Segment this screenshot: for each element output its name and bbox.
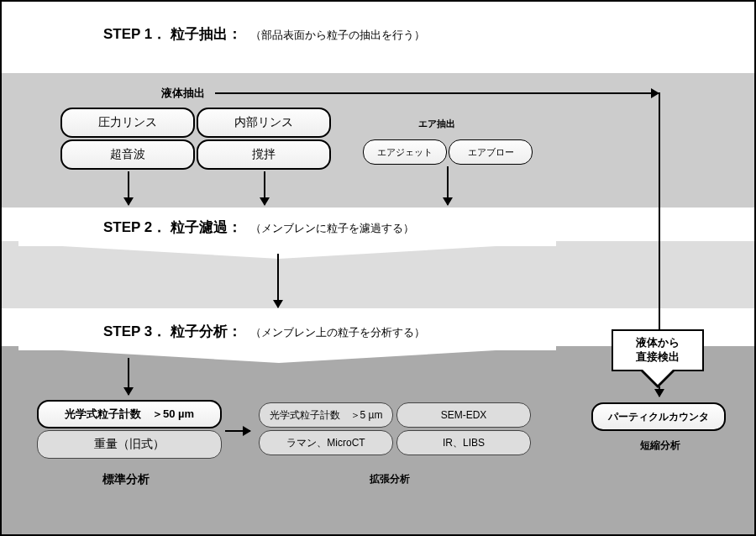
step2-num: STEP 2．: [103, 219, 166, 235]
step3-title: 粒子分析：: [171, 323, 242, 339]
arrow-liquid-right-to-step2: [264, 171, 265, 205]
label-extended-analysis: 拡張分析: [370, 472, 410, 486]
step2-title: 粒子濾過：: [171, 219, 242, 235]
arrow-step2-to-step3: [277, 254, 279, 307]
step2-band: STEP 2． 粒子濾過： （メンブレンに粒子を濾過する）: [18, 208, 556, 246]
pill-raman-microct: ラマン、MicroCT: [259, 430, 393, 455]
label-air-extraction: エア抽出: [418, 118, 455, 130]
callout-direct-detect: 液体から 直接検出: [612, 329, 704, 371]
label-liquid-extraction: 液体抽出: [161, 86, 205, 101]
arrow-step3-to-standard: [128, 358, 129, 395]
step1-title: 粒子抽出：: [171, 26, 242, 42]
step3-band: STEP 3． 粒子分析： （メンブレン上の粒子を分析する）: [18, 313, 556, 350]
step1-num: STEP 1．: [103, 26, 166, 42]
step1-band: STEP 1． 粒子抽出： （部品表面から粒子の抽出を行う）: [18, 15, 741, 53]
arrow-liquid-left-to-step2: [128, 171, 129, 205]
line-bypass-vertical: [659, 92, 660, 331]
notch-2: [18, 244, 539, 259]
step3-detail: （メンブレン上の粒子を分析する）: [250, 326, 425, 339]
notch-3: [18, 348, 539, 363]
pill-weight-old: 重量（旧式）: [37, 430, 222, 459]
pill-air-jet: エアジェット: [363, 139, 447, 165]
callout-line2: 直接検出: [613, 350, 702, 365]
pill-sem-edx: SEM-EDX: [396, 402, 531, 428]
pill-particle-counter: パーティクルカウンタ: [591, 402, 726, 431]
pill-ir-libs: IR、LIBS: [396, 430, 531, 455]
arrow-bypass-to-counter: [659, 386, 660, 397]
arrow-air-to-step2: [447, 166, 449, 205]
pill-optical-5: 光学式粒子計数 ＞5 µm: [259, 402, 393, 428]
label-short-analysis: 短縮分析: [640, 439, 680, 453]
pill-agitation: 撹拌: [197, 139, 331, 170]
pill-air-blow: エアブロー: [449, 139, 533, 165]
pill-optical-50: 光学式粒子計数 ＞50 µm: [37, 400, 222, 428]
arrow-standard-to-ext: [225, 430, 250, 432]
callout-line1: 液体から: [613, 336, 702, 350]
step2-detail: （メンブレンに粒子を濾過する）: [250, 222, 414, 234]
label-standard-analysis: 標準分析: [102, 472, 150, 487]
pill-ultrasonic: 超音波: [60, 139, 195, 170]
pill-pressure-rinse: 圧力リンス: [60, 108, 195, 138]
diagram-frame: STEP 1． 粒子抽出： （部品表面から粒子の抽出を行う） STEP 2． 粒…: [0, 0, 756, 536]
step1-detail: （部品表面から粒子の抽出を行う）: [250, 29, 425, 41]
step3-num: STEP 3．: [103, 323, 166, 339]
notch-1: [18, 50, 741, 66]
pill-internal-rinse: 内部リンス: [197, 108, 331, 138]
arrow-liquid-to-right: [215, 92, 659, 94]
